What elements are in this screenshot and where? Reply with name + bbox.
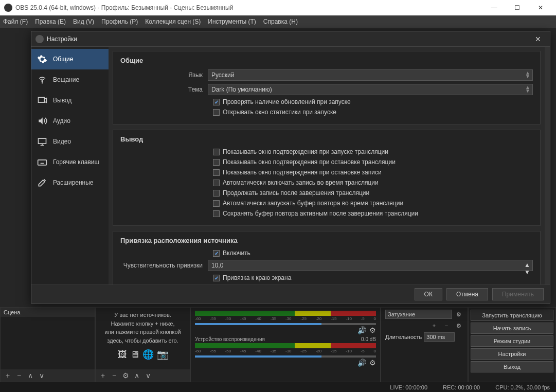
- sidebar-label-general: Общие: [53, 56, 73, 63]
- checkbox-updates[interactable]: [213, 99, 220, 105]
- checkbox-auto-replay-label: Автоматически запускать буфер повтора во…: [223, 200, 403, 207]
- settings-footer: ОК Отмена Применить: [31, 284, 550, 303]
- mixer-ticks-2: -60-55-50-45-40-35-30-25-20-15-10-50: [195, 349, 376, 353]
- checkbox-stats[interactable]: [213, 109, 220, 116]
- section-output: Вывод Показывать окно подтверждения при …: [113, 130, 541, 226]
- snap-sensitivity-label: Чувствительность привязки: [120, 262, 208, 269]
- sidebar-item-audio[interactable]: Аудио: [31, 111, 109, 131]
- studio-mode-button[interactable]: Режим студии: [471, 335, 553, 347]
- settings-scrollbar[interactable]: [545, 47, 550, 284]
- transition-remove-button[interactable]: −: [442, 321, 451, 330]
- menu-edit[interactable]: Правка (E): [35, 18, 66, 25]
- mixer-settings-2[interactable]: ⚙: [369, 359, 376, 367]
- source-up-button[interactable]: ∧: [132, 371, 142, 380]
- close-button[interactable]: ✕: [529, 0, 552, 15]
- transition-gear-button[interactable]: ⚙: [454, 310, 463, 319]
- transition-select[interactable]: Затухание: [385, 310, 452, 319]
- sidebar-label-stream: Вещание: [53, 76, 79, 83]
- checkbox-keep-record[interactable]: [213, 190, 220, 197]
- start-record-button[interactable]: Начать запись: [471, 323, 553, 334]
- camera-icon: 📷: [157, 348, 168, 362]
- theme-label: Тема: [120, 86, 208, 93]
- sources-toolbar: + − ⚙ ∧ ∨: [96, 369, 190, 382]
- checkbox-confirm-stop-rec[interactable]: [213, 169, 220, 176]
- transition-duration-input[interactable]: [424, 332, 455, 342]
- bottom-panels: Сцена + − ∧ ∨ У вас нет источников. Нажм…: [0, 307, 556, 382]
- menu-scene-collection[interactable]: Коллекция сцен (S): [145, 18, 201, 25]
- apply-button[interactable]: Применить: [492, 288, 544, 300]
- source-remove-button[interactable]: −: [109, 371, 119, 380]
- menu-tools[interactable]: Инструменты (T): [208, 18, 256, 25]
- snap-sensitivity-input[interactable]: 10,0▲▼: [208, 260, 533, 271]
- checkbox-auto-record-label: Автоматически включать запись во время т…: [223, 179, 379, 186]
- start-stream-button[interactable]: Запустить трансляцию: [471, 310, 553, 321]
- sidebar-label-advanced: Расширенные: [53, 179, 94, 186]
- cancel-button[interactable]: Отмена: [446, 288, 488, 300]
- settings-close-button[interactable]: ✕: [530, 35, 546, 43]
- settings-sidebar: Общие Вещание Вывод Аудио Видео Горячие …: [31, 47, 109, 284]
- maximize-button[interactable]: ☐: [506, 0, 529, 15]
- checkbox-keep-replay[interactable]: [213, 210, 220, 217]
- mixer-settings-1[interactable]: ⚙: [369, 326, 376, 334]
- minimize-button[interactable]: —: [482, 0, 506, 15]
- sidebar-item-general[interactable]: Общие: [31, 49, 109, 69]
- mixer-slider-2[interactable]: [195, 355, 376, 358]
- language-select[interactable]: Русский▲▼: [208, 69, 533, 81]
- transition-add-button[interactable]: +: [429, 321, 439, 330]
- sidebar-item-video[interactable]: Видео: [31, 131, 109, 152]
- sources-empty-line4: здесь, чтобы добавить его.: [99, 336, 187, 345]
- sidebar-item-output[interactable]: Вывод: [31, 90, 109, 111]
- status-cpu: CPU: 0.2%, 30.00 fps: [495, 384, 550, 390]
- checkbox-keep-record-label: Продолжать запись после завершения транс…: [223, 189, 369, 197]
- mixer-mute-2[interactable]: 🔊: [357, 359, 366, 367]
- ok-button[interactable]: ОК: [415, 288, 442, 300]
- checkbox-auto-record[interactable]: [213, 180, 220, 186]
- mixer-slider-1[interactable]: [195, 323, 376, 325]
- sidebar-item-hotkeys[interactable]: Горячие клавиш: [31, 152, 109, 172]
- source-down-button[interactable]: ∨: [143, 371, 153, 380]
- scenes-header: Сцена: [1, 308, 95, 317]
- menu-file[interactable]: Файл (F): [3, 18, 28, 25]
- scenes-toolbar: + − ∧ ∨: [1, 369, 95, 382]
- scene-remove-button[interactable]: −: [14, 371, 24, 380]
- scene-add-button[interactable]: +: [3, 371, 13, 380]
- checkbox-snap-enable[interactable]: [213, 250, 220, 257]
- gear-icon: [37, 54, 48, 64]
- monitor-icon: 🖥: [130, 348, 139, 362]
- sources-empty-line2: Нажмите кнопку + ниже,: [99, 319, 187, 328]
- checkbox-confirm-start[interactable]: [213, 149, 220, 155]
- sidebar-item-advanced[interactable]: Расширенные: [31, 172, 109, 193]
- checkbox-confirm-stop[interactable]: [213, 159, 220, 166]
- svg-rect-3: [38, 160, 47, 165]
- source-add-button[interactable]: +: [98, 371, 108, 380]
- scene-down-button[interactable]: ∨: [37, 371, 47, 380]
- title-bar: OBS 25.0.4 (64-bit, windows) - Профиль: …: [0, 0, 556, 15]
- sources-empty[interactable]: У вас нет источников. Нажмите кнопку + н…: [96, 308, 190, 369]
- mixer-db-2: 0.0 dB: [361, 336, 376, 342]
- scene-up-button[interactable]: ∧: [25, 371, 35, 380]
- menu-view[interactable]: Вид (V): [73, 18, 94, 25]
- checkbox-snap-edge[interactable]: [213, 275, 220, 281]
- settings-title-label: Настройки: [47, 35, 530, 43]
- window-title: OBS 25.0.4 (64-bit, windows) - Профиль: …: [15, 4, 482, 11]
- menu-profile[interactable]: Профиль (P): [101, 18, 138, 25]
- scenes-list[interactable]: [1, 317, 95, 369]
- transition-props-button[interactable]: ⚙: [454, 321, 463, 330]
- source-gear-button[interactable]: ⚙: [120, 371, 131, 380]
- checkbox-auto-replay[interactable]: [213, 200, 220, 207]
- exit-button[interactable]: Выход: [471, 361, 553, 372]
- sources-empty-line3: или нажмите правой кнопкой: [99, 328, 187, 336]
- menu-help[interactable]: Справка (H): [263, 18, 298, 25]
- sidebar-item-stream[interactable]: Вещание: [31, 69, 109, 90]
- settings-button[interactable]: Настройки: [471, 348, 553, 360]
- sources-empty-line1: У вас нет источников.: [99, 311, 187, 319]
- transitions-panel: Затухание ⚙ + − ⚙ Длительность: [381, 307, 468, 382]
- mixer-ticks-1: -60-55-50-45-40-35-30-25-20-15-10-50: [195, 316, 376, 321]
- mixer-mute-1[interactable]: 🔊: [357, 326, 366, 334]
- scenes-panel: Сцена + − ∧ ∨: [0, 307, 95, 382]
- checkbox-updates-label: Проверять наличие обновлений при запуске: [223, 98, 351, 105]
- checkbox-confirm-stop-rec-label: Показывать окно подтверждения при остано…: [223, 169, 382, 176]
- theme-select[interactable]: Dark (По умолчанию)▲▼: [208, 84, 533, 95]
- section-general: Общие Язык Русский▲▼ Тема Dark (По умолч…: [113, 51, 541, 124]
- language-label: Язык: [120, 72, 208, 79]
